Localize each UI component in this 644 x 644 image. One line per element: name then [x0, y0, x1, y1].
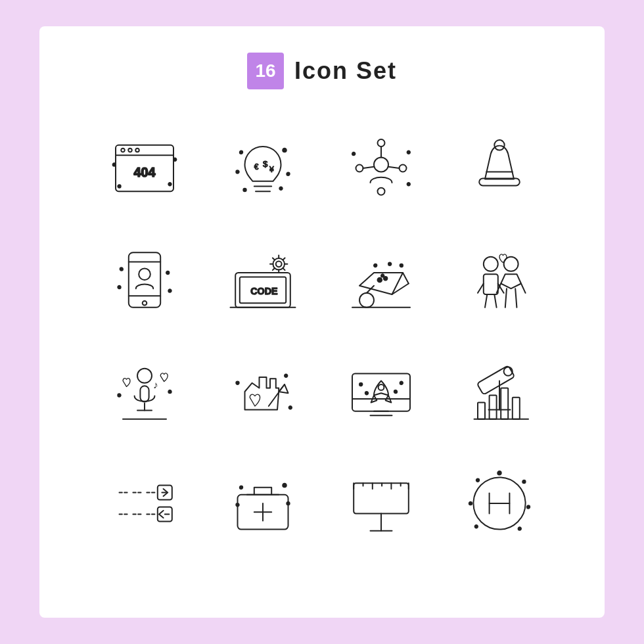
svg-point-31 — [407, 183, 410, 185]
svg-line-57 — [283, 258, 285, 260]
svg-rect-127 — [354, 483, 409, 513]
svg-line-77 — [521, 284, 526, 293]
svg-line-56 — [273, 268, 275, 270]
svg-rect-107 — [478, 403, 485, 419]
svg-line-54 — [273, 258, 275, 260]
svg-point-68 — [400, 264, 403, 267]
icon-cell-love-writing — [210, 342, 315, 441]
icon-grid: 404 € $ ¥ — [89, 116, 555, 556]
icon-cell-couple — [447, 231, 552, 329]
wheelbarrow-icon — [345, 244, 417, 316]
svg-point-6 — [113, 163, 116, 166]
pagination-icon — [108, 467, 181, 540]
startup-monitor-icon — [345, 356, 417, 428]
svg-point-30 — [407, 151, 410, 154]
analytics-icon — [463, 356, 536, 428]
svg-point-97 — [379, 384, 384, 390]
svg-point-41 — [166, 271, 169, 274]
billboard-icon — [345, 467, 417, 540]
main-card: 16 Icon Set 404 — [39, 26, 605, 618]
singer-icon: ♪ — [108, 356, 181, 428]
svg-point-17 — [236, 170, 239, 173]
love-writing-icon — [227, 356, 299, 428]
code-settings-icon: CODE — [227, 244, 299, 316]
svg-point-21 — [374, 158, 388, 172]
svg-point-8 — [118, 185, 120, 187]
svg-line-79 — [515, 288, 517, 308]
svg-point-43 — [168, 289, 171, 292]
svg-rect-110 — [513, 398, 520, 419]
svg-point-147 — [476, 479, 479, 482]
svg-text:¥: ¥ — [269, 165, 274, 174]
winter-hat-icon — [463, 132, 536, 204]
helipad-icon — [463, 467, 536, 540]
svg-point-63 — [384, 277, 388, 281]
svg-point-101 — [394, 390, 397, 393]
svg-line-74 — [494, 294, 496, 308]
svg-text:♪: ♪ — [153, 379, 158, 390]
svg-point-49 — [276, 261, 282, 267]
svg-point-58 — [359, 293, 374, 308]
svg-point-123 — [240, 486, 242, 489]
svg-point-16 — [283, 149, 287, 152]
svg-point-2 — [121, 149, 125, 152]
svg-line-28 — [388, 167, 400, 168]
icon-cell-medical-kit — [210, 454, 315, 553]
svg-point-3 — [128, 149, 132, 152]
svg-point-92 — [289, 406, 292, 409]
icon-cell-user-network — [329, 119, 434, 218]
svg-point-67 — [388, 263, 391, 265]
404-error-icon: 404 — [108, 132, 181, 204]
svg-point-85 — [118, 394, 120, 396]
svg-point-15 — [240, 151, 242, 154]
svg-point-141 — [497, 471, 501, 475]
couple-icon — [463, 244, 536, 316]
svg-point-24 — [400, 165, 407, 172]
icon-cell-pagination — [92, 454, 197, 553]
mobile-user-icon — [108, 244, 181, 316]
icon-cell-helipad — [447, 454, 552, 553]
svg-marker-89 — [279, 384, 288, 393]
header: 16 Icon Set — [247, 53, 397, 89]
icon-cell-mobile-user — [92, 231, 197, 329]
svg-point-145 — [475, 525, 478, 528]
svg-point-38 — [143, 301, 147, 306]
svg-point-22 — [378, 139, 385, 147]
svg-point-86 — [168, 390, 171, 393]
svg-rect-81 — [140, 386, 149, 402]
svg-point-144 — [518, 527, 521, 530]
svg-text:404: 404 — [133, 165, 155, 179]
icon-cell-money-idea: € $ ¥ — [210, 119, 315, 218]
svg-point-42 — [118, 286, 120, 288]
svg-rect-109 — [501, 388, 508, 419]
icon-cell-billboard — [329, 454, 434, 553]
svg-rect-70 — [484, 274, 498, 294]
icon-cell-winter-hat — [447, 119, 552, 218]
svg-point-29 — [352, 152, 355, 155]
page-title: Icon Set — [294, 57, 397, 85]
svg-point-146 — [469, 502, 472, 505]
icon-cell-404: 404 — [92, 119, 197, 218]
svg-point-91 — [285, 375, 287, 377]
svg-point-7 — [173, 158, 176, 161]
icon-cell-startup-monitor — [329, 342, 434, 441]
icon-cell-code-settings: CODE — [210, 231, 315, 329]
svg-line-73 — [485, 294, 487, 308]
svg-point-4 — [135, 149, 139, 152]
svg-point-143 — [527, 505, 530, 508]
svg-point-23 — [356, 165, 363, 172]
svg-point-18 — [287, 173, 289, 175]
svg-line-78 — [505, 288, 507, 308]
money-idea-icon: € $ ¥ — [227, 132, 299, 204]
svg-point-19 — [243, 189, 246, 191]
svg-line-55 — [283, 268, 285, 270]
svg-line-71 — [478, 284, 484, 293]
svg-point-142 — [522, 480, 525, 483]
svg-rect-93 — [352, 374, 410, 411]
svg-line-27 — [363, 167, 375, 168]
svg-point-39 — [139, 268, 150, 280]
svg-text:$: $ — [263, 159, 268, 169]
user-network-icon — [345, 132, 417, 204]
svg-point-40 — [120, 267, 123, 270]
svg-point-126 — [236, 503, 239, 506]
